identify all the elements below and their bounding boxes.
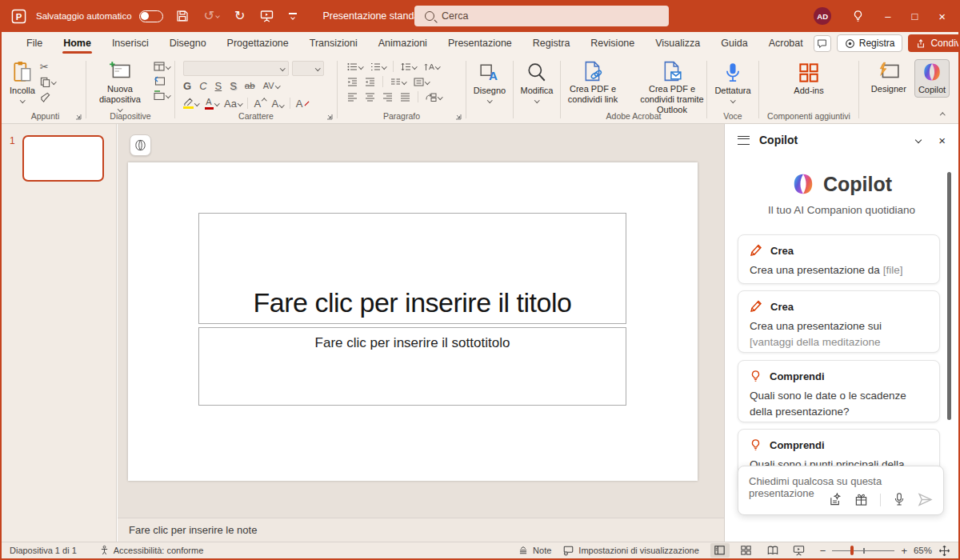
align-right-button[interactable] — [382, 93, 393, 102]
copilot-chat-input[interactable]: Chiedimi qualcosa su questa presentazion… — [738, 466, 944, 515]
zoom-in-button[interactable]: + — [901, 545, 907, 557]
slider-thumb[interactable] — [850, 546, 854, 555]
justify-button[interactable] — [400, 93, 410, 102]
zoom-slider[interactable] — [832, 545, 894, 556]
slide-sorter-view-button[interactable] — [737, 543, 756, 558]
tab-disegno[interactable]: Disegno — [159, 32, 217, 54]
gift-icon[interactable] — [854, 493, 868, 506]
slideshow-view-button[interactable] — [790, 543, 809, 558]
addins-button[interactable]: Add-ins — [761, 61, 857, 98]
lightbulb-icon[interactable] — [852, 10, 864, 22]
microphone-icon[interactable] — [893, 493, 906, 506]
reset-slide-button[interactable] — [154, 76, 170, 86]
chevron-down-icon[interactable] — [915, 137, 922, 143]
send-icon[interactable] — [918, 492, 933, 507]
numbering-button[interactable] — [370, 62, 386, 71]
columns-button[interactable] — [390, 78, 406, 86]
display-settings-button[interactable]: Impostazioni di visualizzazione — [562, 545, 698, 556]
designer-button[interactable]: Designer — [868, 59, 910, 98]
search-input[interactable]: Cerca — [414, 6, 669, 26]
menu-icon[interactable] — [738, 136, 750, 145]
text-shadow-button[interactable]: S — [230, 80, 237, 92]
increase-indent-button[interactable] — [365, 78, 375, 86]
slide-layout-button[interactable] — [154, 62, 170, 71]
zoom-out-button[interactable]: − — [820, 545, 826, 557]
italic-button[interactable]: C — [199, 80, 206, 92]
tab-guida[interactable]: Guida — [710, 32, 758, 54]
create-pdf-outlook-button[interactable]: Crea PDF e condividi tramite Outlook — [634, 59, 710, 118]
title-placeholder[interactable]: Fare clic per inserire il titolo — [198, 213, 626, 324]
suggestion-card-create-topic[interactable]: Crea Crea una presentazione sui [vantagg… — [738, 290, 940, 353]
avatar[interactable]: AD — [814, 7, 831, 25]
format-painter-button[interactable] — [40, 92, 56, 102]
font-name-select[interactable] — [183, 61, 289, 76]
save-icon[interactable] — [176, 10, 189, 22]
dialog-launcher-icon[interactable] — [455, 114, 462, 120]
undo-button[interactable]: ↺ — [204, 10, 219, 22]
text-direction-button[interactable] — [424, 62, 440, 71]
suggestion-card-understand-dates[interactable]: Comprendi Quali sono le date o le scaden… — [738, 360, 940, 422]
drawing-button[interactable]: A Disegno — [468, 61, 511, 103]
dialog-launcher-icon[interactable] — [75, 114, 82, 120]
line-spacing-button[interactable] — [401, 62, 417, 71]
dictate-button[interactable]: Dettatura — [709, 61, 757, 103]
bold-button[interactable]: G — [183, 80, 191, 92]
notes-toggle[interactable]: Note — [518, 546, 551, 556]
slide-thumbnail[interactable] — [22, 135, 104, 182]
share-button[interactable]: Condividi — [908, 34, 960, 52]
tab-file[interactable]: File — [16, 32, 53, 54]
highlight-button[interactable] — [183, 98, 199, 109]
normal-view-button[interactable] — [710, 543, 730, 558]
tab-presentazione[interactable]: Presentazione — [438, 32, 522, 54]
slide-canvas[interactable]: Fare clic per inserire il titolo Fare cl… — [128, 162, 698, 481]
close-button[interactable]: × — [938, 10, 946, 23]
change-case-button[interactable]: Aa — [224, 98, 242, 109]
zoom-level[interactable]: 65% — [914, 546, 932, 555]
minimize-button[interactable]: – — [885, 10, 890, 22]
customize-toolbar-icon[interactable] — [289, 13, 297, 18]
comments-button[interactable] — [814, 35, 831, 52]
decrease-indent-button[interactable] — [347, 78, 358, 86]
tab-registra[interactable]: Registra — [522, 32, 581, 54]
bullets-button[interactable] — [347, 62, 363, 71]
slide-copilot-button[interactable] — [130, 134, 151, 156]
autosave-toggle[interactable] — [139, 10, 163, 22]
slideshow-from-start-icon[interactable] — [260, 10, 274, 22]
align-text-button[interactable] — [414, 78, 430, 86]
redo-icon[interactable]: ↻ — [234, 10, 245, 22]
close-panel-icon[interactable]: × — [938, 134, 946, 147]
suggestion-card-create-file[interactable]: Crea Crea una presentazione da [file] — [738, 234, 940, 284]
maximize-button[interactable]: □ — [911, 10, 918, 22]
copilot-button[interactable]: Copilot — [914, 59, 950, 98]
font-size-select[interactable] — [292, 61, 324, 76]
record-button[interactable]: Registra — [837, 34, 903, 52]
new-slide-button[interactable]: Nuova diapositiva — [88, 59, 152, 113]
reading-view-button[interactable] — [763, 543, 782, 558]
decrease-font-button[interactable]: A — [272, 98, 284, 109]
tab-home[interactable]: Home — [53, 32, 102, 54]
notes-pane[interactable]: Fare clic per inserire le note — [118, 518, 724, 542]
create-pdf-link-button[interactable]: Crea PDF e condividi link — [558, 59, 628, 118]
scrollbar[interactable] — [947, 172, 951, 420]
increase-font-button[interactable]: A — [254, 98, 266, 109]
font-color-button[interactable]: A — [205, 98, 219, 110]
cut-button[interactable]: ✂ — [40, 62, 56, 72]
tab-acrobat[interactable]: Acrobat — [758, 32, 814, 54]
clear-formatting-button[interactable]: A — [296, 98, 310, 109]
underline-button[interactable]: S — [215, 80, 222, 92]
align-left-button[interactable] — [347, 93, 358, 102]
subtitle-placeholder[interactable]: Fare clic per inserire il sottotitolo — [198, 327, 626, 406]
prompt-guide-icon[interactable] — [829, 493, 842, 506]
align-center-button[interactable] — [365, 93, 375, 102]
tab-progettazione[interactable]: Progettazione — [217, 32, 299, 54]
character-spacing-button[interactable]: AV — [263, 82, 279, 90]
tab-inserisci[interactable]: Inserisci — [102, 32, 159, 54]
section-button[interactable] — [154, 90, 170, 100]
tab-animazioni[interactable]: Animazioni — [368, 32, 438, 54]
accessibility-status[interactable]: Accessibilità: conforme — [99, 545, 204, 556]
fit-to-window-icon[interactable] — [938, 545, 950, 557]
paste-button[interactable]: Incolla — [6, 59, 38, 103]
dialog-launcher-icon[interactable] — [326, 114, 333, 120]
smartart-button[interactable] — [426, 93, 442, 102]
strikethrough-button[interactable]: ab — [245, 81, 255, 90]
